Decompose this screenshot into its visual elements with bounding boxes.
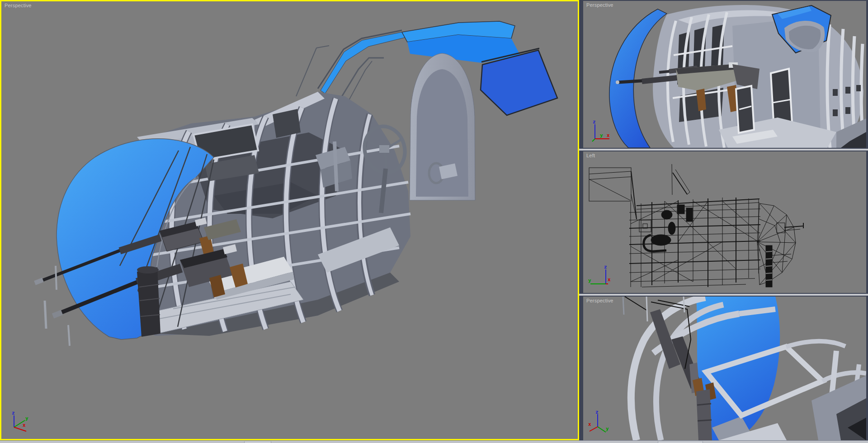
nose-frame-closeup[interactable] (631, 297, 866, 440)
scene-left-wireframe[interactable] (583, 151, 866, 293)
axis-x-label: x (608, 277, 611, 283)
viewport-splitter-horizontal-2[interactable] (579, 294, 868, 296)
axis-y-label: y (600, 132, 603, 138)
window-bottom-strip (0, 440, 868, 443)
strip-segment[interactable] (244, 441, 271, 443)
viewport-bottom-right-perspective[interactable]: Perspective (583, 297, 866, 440)
viewport-top-right-perspective[interactable]: Perspective (583, 1, 866, 148)
axis-x-label: x (588, 421, 591, 427)
scene-bottom-right[interactable] (583, 297, 866, 440)
viewport-label-main[interactable]: Perspective (5, 3, 32, 8)
axis-tripod-top-right: z y x (588, 119, 615, 142)
strip-segment[interactable] (658, 441, 703, 443)
viewport-label-bottom-right[interactable]: Perspective (586, 298, 613, 303)
viewport-label-left[interactable]: Left (586, 153, 595, 158)
scene-top-right[interactable] (583, 1, 866, 148)
axis-z-label: z (595, 410, 599, 415)
axis-tripod-bottom-right: z x y (588, 410, 615, 435)
axis-x-label: x (607, 132, 610, 138)
axis-tripod-main: z y x (6, 410, 33, 434)
axis-z-label: z (593, 119, 596, 125)
scene-main[interactable] (1, 1, 578, 439)
viewport-main-perspective[interactable]: Perspective (0, 0, 579, 440)
right-viewport-column: Perspective (579, 0, 868, 440)
axis-x-label: x (23, 422, 26, 428)
viewport-left-wireframe[interactable]: Left (583, 151, 866, 293)
axis-z-label: z (604, 264, 607, 270)
viewport-label-top-right[interactable]: Perspective (586, 2, 613, 8)
axis-tripod-left-view: z y x (588, 264, 615, 287)
max-viewport-workspace: { "viewports": { "main": { "label": "Per… (0, 0, 868, 443)
viewport-splitter-horizontal-1[interactable] (579, 149, 868, 151)
axis-z-label: z (12, 410, 15, 416)
axis-y-label: y (606, 426, 609, 432)
axis-y-label: y (588, 278, 591, 283)
wireframe-side-view[interactable] (589, 164, 803, 287)
axis-y-label: y (25, 415, 28, 421)
